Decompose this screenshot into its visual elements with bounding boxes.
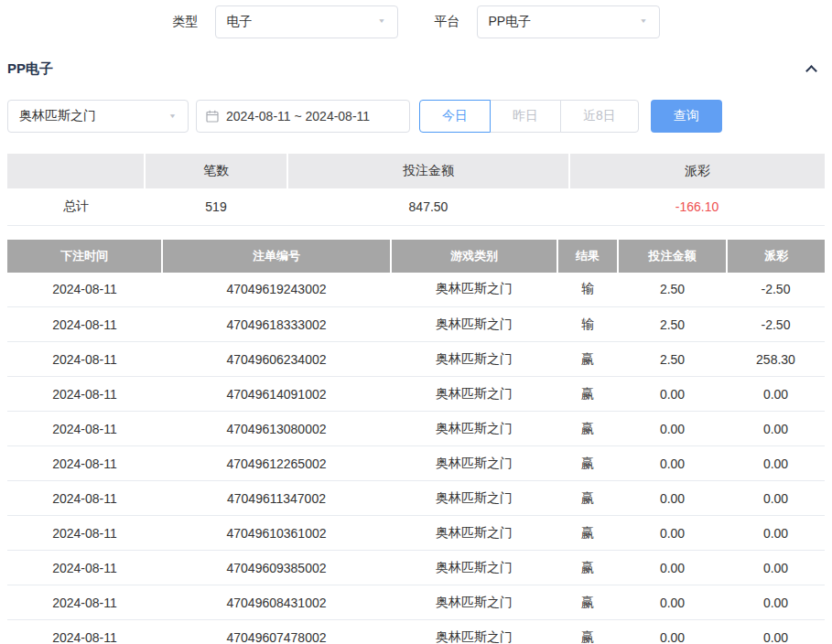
caret-down-icon: ▼ — [640, 18, 648, 25]
quick-button-0[interactable]: 今日 — [419, 100, 491, 133]
summary-header-payout: 派彩 — [569, 154, 825, 188]
platform-label: 平台 — [435, 14, 460, 30]
summary-total-row: 总计 519 847.50 -166.10 — [7, 188, 825, 225]
cell-amount: 0.00 — [618, 516, 727, 551]
table-row: 2024-08-1147049614091002奥林匹斯之门赢0.000.00 — [7, 377, 825, 412]
table-row: 2024-08-1147049619243002奥林匹斯之门输2.50-2.50 — [7, 273, 825, 307]
date-range-value: 2024-08-11 ~ 2024-08-11 — [226, 109, 370, 123]
summary-total-amount: 847.50 — [287, 188, 569, 225]
cell-bet-no: 47049607478002 — [162, 620, 391, 644]
cell-game: 奥林匹斯之门 — [391, 412, 557, 446]
cell-payout: 0.00 — [727, 446, 825, 481]
chevron-up-icon[interactable] — [805, 65, 817, 77]
cell-bet-no: 47049619243002 — [162, 273, 391, 307]
cell-amount: 0.00 — [618, 585, 727, 620]
cell-game: 奥林匹斯之门 — [391, 377, 557, 412]
col-header-payout: 派彩 — [727, 240, 825, 273]
summary-total-payout: -166.10 — [569, 188, 825, 225]
type-select[interactable]: 电子 ▼ — [215, 5, 398, 38]
game-select[interactable]: 奥林匹斯之门 ▼ — [7, 100, 189, 133]
table-row: 2024-08-1147049613080002奥林匹斯之门赢0.000.00 — [7, 412, 825, 446]
cell-result: 赢 — [557, 481, 618, 516]
cell-bet-no: 47049606234002 — [162, 342, 391, 377]
cell-game: 奥林匹斯之门 — [391, 551, 557, 585]
cell-amount: 2.50 — [618, 307, 727, 342]
cell-date: 2024-08-11 — [7, 342, 162, 377]
cell-date: 2024-08-11 — [7, 551, 162, 585]
summary-total-label: 总计 — [7, 188, 145, 225]
cell-payout: 0.00 — [727, 412, 825, 446]
cell-date: 2024-08-11 — [7, 516, 162, 551]
cell-game: 奥林匹斯之门 — [391, 273, 557, 307]
cell-amount: 0.00 — [618, 446, 727, 481]
table-row: 2024-08-1147049612265002奥林匹斯之门赢0.000.00 — [7, 446, 825, 481]
summary-table: 笔数 投注金额 派彩 总计 519 847.50 -166.10 — [7, 154, 825, 226]
cell-payout: 0.00 — [727, 481, 825, 516]
summary-header-count: 笔数 — [145, 154, 287, 188]
cell-date: 2024-08-11 — [7, 446, 162, 481]
cell-bet-no: 47049611347002 — [162, 481, 391, 516]
table-row: 2024-08-1147049606234002奥林匹斯之门赢2.50258.3… — [7, 342, 825, 377]
cell-result: 赢 — [557, 446, 618, 481]
cell-result: 赢 — [557, 516, 618, 551]
quick-button-1[interactable]: 昨日 — [490, 100, 561, 133]
cell-payout: 0.00 — [727, 377, 825, 412]
cell-game: 奥林匹斯之门 — [391, 481, 557, 516]
caret-down-icon: ▼ — [378, 18, 386, 25]
cell-amount: 2.50 — [618, 342, 727, 377]
top-filter-bar: 类型 电子 ▼ 平台 PP电子 ▼ — [0, 0, 832, 38]
type-label: 类型 — [173, 14, 199, 30]
cell-amount: 0.00 — [618, 377, 727, 412]
section-title: PP电子 — [7, 60, 53, 78]
cell-payout: 0.00 — [727, 551, 825, 585]
bets-table: 下注时间 注单编号 游戏类别 结果 投注金额 派彩 2024-08-114704… — [7, 240, 825, 644]
type-select-value: 电子 — [227, 14, 253, 30]
summary-total-count: 519 — [145, 188, 287, 225]
cell-payout: 258.30 — [727, 342, 825, 377]
platform-select[interactable]: PP电子 ▼ — [477, 5, 660, 38]
quick-button-group: 今日昨日近8日 — [419, 100, 639, 133]
summary-header-blank — [7, 154, 145, 188]
query-bar: 奥林匹斯之门 ▼ 2024-08-11 ~ 2024-08-11 今日昨日近8日… — [0, 100, 832, 133]
cell-game: 奥林匹斯之门 — [391, 446, 557, 481]
cell-payout: 0.00 — [727, 516, 825, 551]
table-row: 2024-08-1147049610361002奥林匹斯之门赢0.000.00 — [7, 516, 825, 551]
cell-game: 奥林匹斯之门 — [391, 307, 557, 342]
cell-amount: 0.00 — [618, 412, 727, 446]
bets-table-header-row: 下注时间 注单编号 游戏类别 结果 投注金额 派彩 — [7, 240, 825, 273]
quick-button-2[interactable]: 近8日 — [560, 100, 639, 133]
cell-result: 赢 — [557, 620, 618, 644]
table-row: 2024-08-1147049611347002奥林匹斯之门赢0.000.00 — [7, 481, 825, 516]
cell-amount: 0.00 — [618, 551, 727, 585]
table-row: 2024-08-1147049618333002奥林匹斯之门输2.50-2.50 — [7, 307, 825, 342]
cell-date: 2024-08-11 — [7, 377, 162, 412]
cell-bet-no: 47049610361002 — [162, 516, 391, 551]
cell-bet-no: 47049613080002 — [162, 412, 391, 446]
cell-payout: 0.00 — [727, 620, 825, 644]
cell-amount: 0.00 — [618, 620, 727, 644]
cell-result: 赢 — [557, 412, 618, 446]
section-header: PP电子 — [0, 60, 832, 78]
cell-payout: 0.00 — [727, 585, 825, 620]
cell-bet-no: 47049609385002 — [162, 551, 391, 585]
cell-result: 赢 — [557, 551, 618, 585]
calendar-icon — [206, 110, 219, 123]
cell-game: 奥林匹斯之门 — [391, 516, 557, 551]
cell-result: 赢 — [557, 377, 618, 412]
cell-bet-no: 47049608431002 — [162, 585, 391, 620]
cell-result: 输 — [557, 273, 618, 307]
col-header-result: 结果 — [557, 240, 618, 273]
summary-header-row: 笔数 投注金额 派彩 — [7, 154, 825, 188]
summary-header-amount: 投注金额 — [287, 154, 569, 188]
cell-bet-no: 47049614091002 — [162, 377, 391, 412]
cell-game: 奥林匹斯之门 — [391, 585, 557, 620]
col-header-bet-number: 注单编号 — [162, 240, 391, 273]
cell-date: 2024-08-11 — [7, 307, 162, 342]
cell-date: 2024-08-11 — [7, 481, 162, 516]
page: 类型 电子 ▼ 平台 PP电子 ▼ PP电子 奥林匹斯之门 ▼ 202 — [0, 0, 832, 644]
game-select-value: 奥林匹斯之门 — [19, 108, 96, 124]
date-range-input[interactable]: 2024-08-11 ~ 2024-08-11 — [196, 100, 410, 133]
cell-bet-no: 47049618333002 — [162, 307, 391, 342]
search-button[interactable]: 查询 — [651, 100, 722, 133]
cell-amount: 2.50 — [618, 273, 727, 307]
